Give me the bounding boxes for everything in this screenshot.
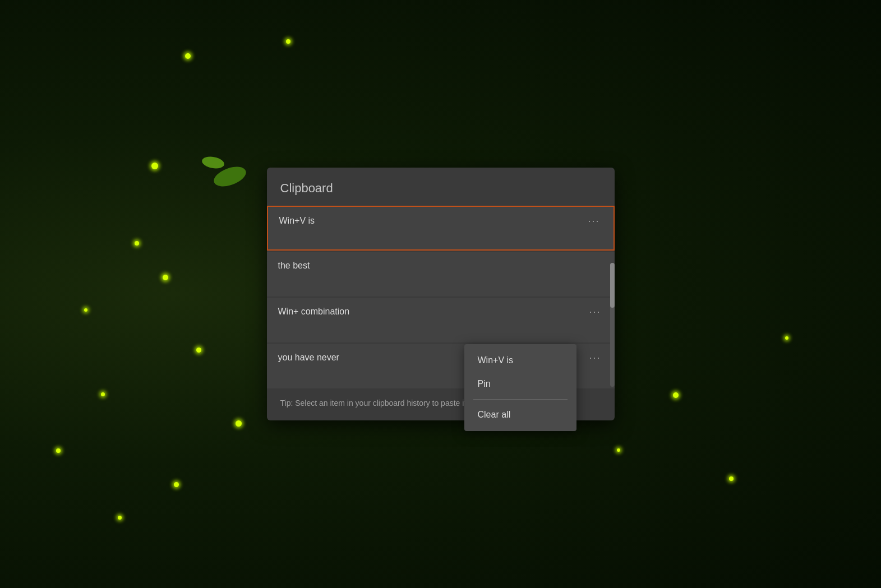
context-pin[interactable]: Pin — [464, 372, 576, 396]
clip-more-4[interactable]: ··· — [587, 353, 603, 363]
context-divider — [473, 399, 568, 400]
clip-more-1[interactable]: ··· — [585, 216, 602, 226]
scrollbar-thumb[interactable] — [610, 263, 615, 308]
clipboard-item-2[interactable]: the best Win+V is Pin Clear all — [267, 252, 615, 297]
panel-title: Clipboard — [267, 181, 615, 206]
clipboard-panel: Clipboard Win+V is ··· the best Win+V is… — [267, 168, 615, 420]
context-delete[interactable]: Win+V is — [464, 349, 576, 372]
context-clear-all[interactable]: Clear all — [464, 403, 576, 427]
clip-text-1: Win+V is — [279, 216, 586, 226]
overlay: Clipboard Win+V is ··· the best Win+V is… — [0, 0, 881, 588]
context-menu: Win+V is Pin Clear all — [464, 344, 576, 431]
clip-text-2: the best — [278, 261, 603, 271]
clipboard-items: Win+V is ··· the best Win+V is Pin Clear… — [267, 206, 615, 388]
scrollbar[interactable] — [610, 263, 615, 387]
clipboard-item-1[interactable]: Win+V is ··· — [267, 206, 615, 251]
clip-text-3: Win+ combination — [278, 307, 587, 317]
clip-more-3[interactable]: ··· — [587, 307, 603, 317]
clipboard-item-3[interactable]: Win+ combination ··· — [267, 298, 615, 342]
